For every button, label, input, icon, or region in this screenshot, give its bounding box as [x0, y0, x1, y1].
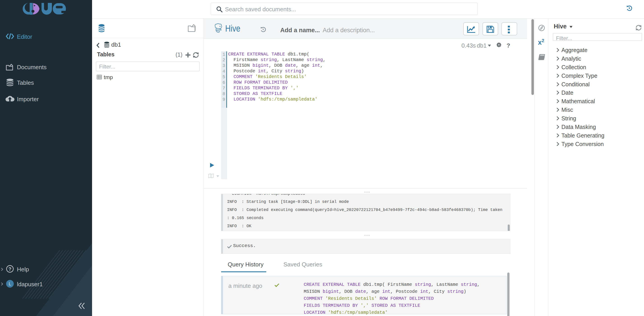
svg-text:?: ? — [8, 266, 11, 272]
